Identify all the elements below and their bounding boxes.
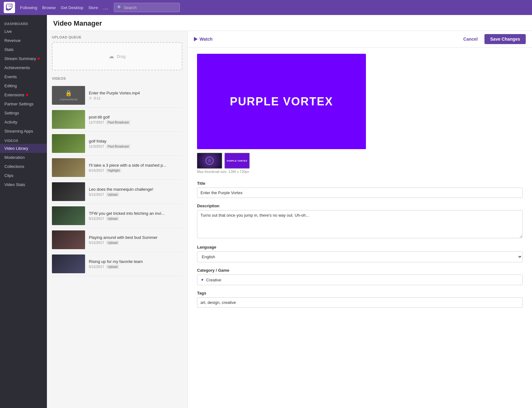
thumbnail-option-1[interactable] [197,153,222,169]
video-type-3: Past Broadcast [106,144,130,149]
sidebar-item-activity[interactable]: Activity [0,118,47,127]
sidebar-item-achievements[interactable]: Achievements [0,63,47,72]
play-icon [194,37,198,41]
language-select[interactable]: English [197,251,523,262]
sidebar-item-stream-summary[interactable]: Stream Summary [0,54,47,63]
sidebar-item-video-stats[interactable]: Video Stats [0,180,47,189]
video-date-4: 8/15/2017 [89,169,104,172]
tags-input[interactable] [197,297,523,308]
stream-summary-badge [38,58,40,60]
sidebar-item-collections[interactable]: Collections [0,162,47,171]
svg-point-1 [208,159,211,163]
category-field[interactable]: ✦ Creative [197,275,523,285]
sidebar-item-moderation[interactable]: Moderation [0,153,47,162]
upload-queue-label: UPLOAD QUEUE [52,35,182,39]
sidebar-item-live[interactable]: Live [0,27,47,36]
video-item-8[interactable]: Rising up for my favorite team 5/12/2017… [52,252,182,276]
thumbnail-option-2[interactable]: PURPLE VORTEX [225,153,250,169]
dropzone-text: Drag [117,54,125,59]
video-meta-1: ⏱ 0:11 [89,96,182,100]
nav-store[interactable]: Store [89,5,98,10]
video-item-2[interactable]: post-tilt golf 11/7/2017 Past Broadcast [52,108,182,132]
video-type-2: Past Broadcast [106,120,130,124]
category-value: Creative [206,278,221,282]
video-name-3: golf friday [89,139,182,144]
thumb-dark-preview [198,154,221,168]
app-body: Dashboard Live Revenue Stats Stream Summ… [0,15,532,408]
video-item-7[interactable]: Playing around with best bud Summer 5/12… [52,228,182,252]
upload-dropzone[interactable]: ☁ Drag [52,42,182,70]
video-date-2: 11/7/2017 [89,120,104,124]
top-nav: Following Browse Get Desktop Store ... 🔍 [0,0,532,15]
sidebar-item-clips[interactable]: Clips [0,171,47,180]
watch-label: Watch [200,37,212,42]
watch-button[interactable]: Watch [194,37,212,42]
edit-toolbar: Watch Cancel Save Changes [188,31,532,48]
videos-label: VIDEOS [52,77,182,80]
sidebar-item-settings[interactable]: Settings [0,108,47,118]
cancel-button[interactable]: Cancel [459,35,481,43]
lock-icon: 🔒 [65,90,72,97]
sidebar-item-video-library[interactable]: Video Library [0,144,47,153]
video-duration-1: 0:11 [94,96,100,100]
video-type-8: Upload [106,265,119,269]
search-input[interactable] [124,5,176,10]
video-name-7: Playing around with best bud Summer [89,235,182,240]
video-preview-area: Purple Vortex [197,54,523,174]
nav-get-desktop[interactable]: Get Desktop [61,5,83,10]
search-box[interactable]: 🔍 [114,3,180,12]
nav-following[interactable]: Following [20,5,37,10]
category-label: Category / Game [197,268,523,273]
sidebar-item-revenue[interactable]: Revenue [0,36,47,45]
vm-title: Video Manager [53,19,526,28]
video-thumb-3 [52,134,85,153]
sidebar-item-stats[interactable]: Stats [0,45,47,54]
sidebar-item-events[interactable]: Events [0,72,47,81]
video-item-3[interactable]: golf friday 11/3/2017 Past Broadcast [52,132,182,156]
sidebar-item-streaming-apps[interactable]: Streaming Apps [0,127,47,136]
video-item-1[interactable]: 🔒 Unpremeiered Enter the Purple Vortex.m… [52,83,182,108]
thumb-purple-preview: PURPLE VORTEX [225,154,249,168]
title-label: Title [197,181,523,186]
video-thumb-4 [52,158,85,177]
main-video-preview: Purple Vortex [197,54,366,149]
sidebar-item-extensions[interactable]: Extensions [0,90,47,99]
video-thumb-5 [52,182,85,201]
description-textarea[interactable]: Turns out that once you jump in, there's… [197,210,523,238]
video-name-2: post-tilt golf [89,115,182,119]
nav-more[interactable]: ... [103,4,109,11]
video-info-5: Leo does the mannequin challenge! 5/12/2… [89,187,182,197]
edit-body: Purple Vortex [188,48,532,408]
save-button[interactable]: Save Changes [484,34,526,44]
video-type-7: Upload [106,241,119,245]
description-label: Description [197,204,523,208]
thumbnail-row: PURPLE VORTEX [197,153,250,169]
video-date-8: 5/12/2017 [89,265,104,269]
video-info-4: I'll take a 3 piece with a side of mashe… [89,163,182,173]
video-thumb-6 [52,206,85,225]
nav-browse[interactable]: Browse [42,5,56,10]
upload-cloud-icon: ☁ [109,53,114,60]
vm-header: Video Manager [47,15,532,31]
unpremiered-label: Unpremeiered [59,98,77,101]
language-label: Language [197,245,523,249]
sidebar-item-partner-settings[interactable]: Partner Settings [0,99,47,108]
video-meta-2: 11/7/2017 Past Broadcast [89,120,182,124]
video-item-5[interactable]: Leo does the mannequin challenge! 5/12/2… [52,180,182,204]
video-meta-5: 5/12/2017 Upload [89,193,182,197]
search-icon: 🔍 [117,5,122,10]
extensions-badge [26,94,28,96]
video-type-4: Highlight [106,169,121,173]
twitch-logo[interactable] [4,2,15,13]
title-input[interactable] [197,188,523,198]
sidebar: Dashboard Live Revenue Stats Stream Summ… [0,15,47,408]
thumbnail-size-label: Max thumbnail size: 1280 x 720px [197,170,249,174]
video-item-6[interactable]: TFW you get tricked into fetching an inv… [52,204,182,228]
video-name-4: I'll take a 3 piece with a side of mashe… [89,163,182,168]
video-item-4[interactable]: I'll take a 3 piece with a side of mashe… [52,156,182,180]
sidebar-item-editing[interactable]: Editing [0,81,47,90]
video-thumb-7 [52,230,85,249]
left-panel: UPLOAD QUEUE ☁ Drag VIDEOS � [47,31,188,408]
video-info-2: post-tilt golf 11/7/2017 Past Broadcast [89,115,182,124]
content-area: Video Manager UPLOAD QUEUE ☁ Drag VIDEOS [47,15,532,408]
